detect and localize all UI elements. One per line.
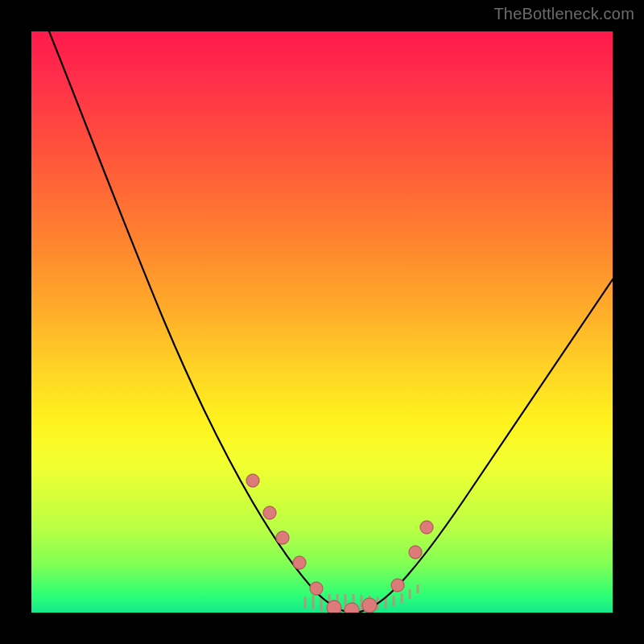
svg-point-24 xyxy=(409,546,422,559)
svg-point-21 xyxy=(345,603,359,613)
highlight-dots xyxy=(246,474,433,613)
svg-point-16 xyxy=(263,506,276,519)
bottleneck-curve xyxy=(49,31,613,613)
svg-point-23 xyxy=(391,579,404,592)
svg-point-15 xyxy=(246,474,259,487)
svg-point-18 xyxy=(293,556,306,569)
chart-frame: TheBottleneck.com xyxy=(0,0,644,644)
svg-point-19 xyxy=(310,582,323,595)
svg-point-25 xyxy=(420,521,433,534)
svg-point-20 xyxy=(327,601,341,613)
bottleneck-curve-svg xyxy=(31,31,613,613)
svg-point-22 xyxy=(362,598,377,613)
svg-point-17 xyxy=(276,531,289,544)
plot-area xyxy=(31,31,613,613)
watermark-text: TheBottleneck.com xyxy=(493,5,634,23)
